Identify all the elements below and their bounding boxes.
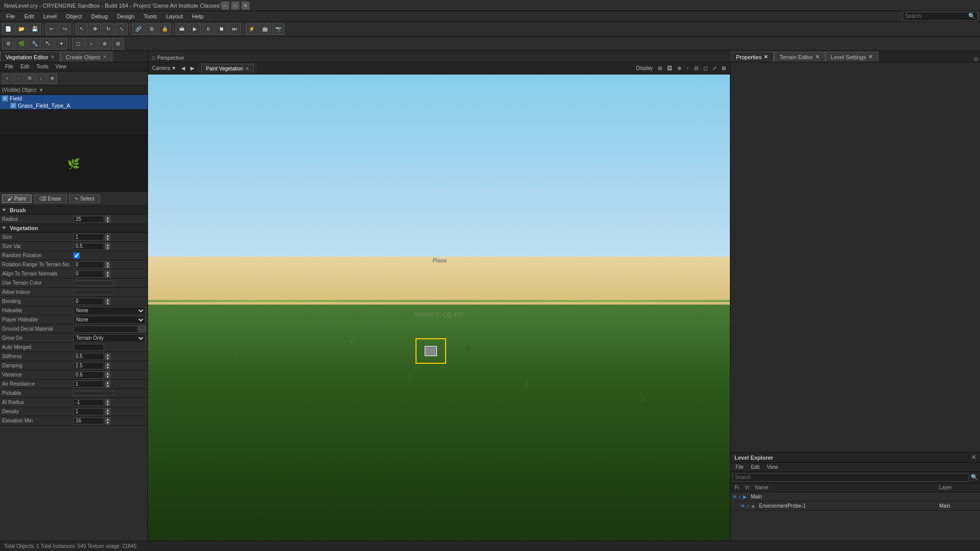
terrain-btn[interactable]: 🏔 bbox=[176, 23, 188, 35]
stop-btn[interactable]: ⏹ bbox=[215, 23, 228, 35]
damping-down[interactable]: ▼ bbox=[105, 366, 110, 369]
maximize-button[interactable]: □ bbox=[231, 2, 239, 10]
menu-layout[interactable]: Layout bbox=[162, 12, 187, 20]
le-eye-icon[interactable]: 👁 bbox=[732, 494, 737, 499]
terrain-color-slider[interactable] bbox=[74, 281, 114, 286]
move-btn[interactable]: ✥ bbox=[89, 23, 101, 35]
veg-menu-file[interactable]: File bbox=[2, 63, 16, 70]
auto-merged-input[interactable] bbox=[74, 344, 104, 351]
align-terrain-up[interactable]: ▲ bbox=[105, 270, 110, 274]
tb2-btn2[interactable]: 🌿 bbox=[15, 38, 28, 49]
tb2-btn6[interactable]: ◻ bbox=[72, 38, 84, 49]
properties-tab-close[interactable]: ✕ bbox=[764, 54, 768, 60]
size-var-up[interactable]: ▲ bbox=[105, 243, 110, 246]
step-btn[interactable]: ⏭ bbox=[229, 23, 241, 35]
veg-add-btn[interactable]: + bbox=[2, 73, 12, 84]
elevation-min-input[interactable] bbox=[74, 417, 104, 424]
menu-help[interactable]: Help bbox=[188, 12, 208, 20]
le-menu-file[interactable]: File bbox=[732, 464, 747, 470]
vp-icon1[interactable]: ⊞ bbox=[656, 65, 664, 71]
rotate-btn[interactable]: ↻ bbox=[102, 23, 114, 35]
air-resistance-input[interactable] bbox=[74, 381, 104, 388]
global-search-input[interactable] bbox=[905, 13, 966, 19]
vp-icon8[interactable]: ⊠ bbox=[720, 65, 728, 71]
select-button[interactable]: ↖ Select bbox=[69, 194, 100, 203]
ai-radius-up[interactable]: ▲ bbox=[105, 399, 110, 403]
player-hideable-select[interactable]: None bbox=[74, 316, 145, 324]
elevation-min-down[interactable]: ▼ bbox=[105, 421, 110, 424]
tree-check-grass[interactable]: ✓ bbox=[10, 103, 16, 109]
veg-menu-view[interactable]: View bbox=[53, 63, 70, 70]
bending-input[interactable] bbox=[74, 298, 104, 305]
level-settings-close[interactable]: ✕ bbox=[868, 54, 873, 60]
size-down[interactable]: ▼ bbox=[105, 237, 110, 241]
rotation-terrain-down[interactable]: ▼ bbox=[105, 265, 110, 268]
align-btn[interactable]: ⊞ bbox=[145, 23, 158, 35]
play-btn[interactable]: ▶ bbox=[189, 23, 201, 35]
brush-section-header[interactable]: Brush bbox=[0, 206, 148, 215]
terrain-editor-tab[interactable]: Terrain Editor ✕ bbox=[774, 52, 825, 62]
veg-remove-btn[interactable]: - bbox=[13, 73, 23, 84]
le-envprobe-eye-icon[interactable]: 👁 bbox=[741, 504, 745, 509]
tb2-btn3[interactable]: 🔧 bbox=[29, 38, 41, 49]
stiffness-down[interactable]: ▼ bbox=[105, 357, 110, 360]
tb2-btn9[interactable]: ⊞ bbox=[112, 38, 124, 49]
menu-file[interactable]: File bbox=[2, 12, 19, 20]
tb2-btn4[interactable]: ⛏ bbox=[42, 38, 54, 49]
pause-btn[interactable]: ⏸ bbox=[202, 23, 214, 35]
stiffness-up[interactable]: ▲ bbox=[105, 353, 110, 357]
veg-eye-btn[interactable]: 👁 bbox=[47, 73, 57, 84]
random-rotation-checkbox[interactable] bbox=[74, 253, 80, 259]
tb2-btn7[interactable]: ⟐ bbox=[85, 38, 97, 49]
variance-up[interactable]: ▲ bbox=[105, 371, 110, 375]
radius-up[interactable]: ▲ bbox=[105, 216, 110, 219]
menu-tools[interactable]: Tools bbox=[139, 12, 161, 20]
ground-decal-browse[interactable]: … bbox=[139, 325, 145, 333]
screenshot-btn[interactable]: 📷 bbox=[272, 23, 284, 35]
align-terrain-input[interactable] bbox=[74, 270, 104, 278]
size-var-down[interactable]: ▼ bbox=[105, 246, 110, 250]
vp-icon7[interactable]: ⤢ bbox=[710, 65, 719, 71]
vp-icon2[interactable]: 🖼 bbox=[665, 65, 674, 71]
size-up[interactable]: ▲ bbox=[105, 234, 110, 237]
undo-btn[interactable]: ↩ bbox=[45, 23, 58, 35]
allow-indoor-slider[interactable] bbox=[74, 290, 114, 295]
damping-input[interactable] bbox=[74, 362, 104, 369]
le-row-main[interactable]: 👁 ✓ ▶ Main bbox=[730, 492, 980, 502]
close-button[interactable]: ✕ bbox=[241, 2, 250, 10]
link-btn[interactable]: 🔗 bbox=[132, 23, 144, 35]
save-btn[interactable]: 💾 bbox=[29, 23, 41, 35]
vp-icon6[interactable]: ◻ bbox=[701, 65, 709, 71]
damping-up[interactable]: ▲ bbox=[105, 362, 110, 366]
hideable-select[interactable]: None bbox=[74, 307, 145, 315]
density-down[interactable]: ▼ bbox=[105, 412, 110, 415]
vegetation-editor-tab[interactable]: Vegetation Editor ✕ bbox=[0, 52, 60, 62]
erase-button[interactable]: ⌫ Erase bbox=[34, 194, 67, 203]
grow-on-select[interactable]: Terrain Only bbox=[74, 334, 145, 342]
ai-btn[interactable]: 🤖 bbox=[259, 23, 271, 35]
pickable-slider[interactable] bbox=[74, 391, 114, 396]
camera-btn[interactable]: Camera ▼ bbox=[150, 65, 178, 71]
minimize-button[interactable]: ─ bbox=[221, 2, 229, 10]
air-resistance-down[interactable]: ▼ bbox=[105, 384, 110, 388]
veg-editor-close[interactable]: ✕ bbox=[51, 54, 55, 60]
rotation-terrain-input[interactable] bbox=[74, 261, 104, 268]
ground-decal-input[interactable] bbox=[74, 325, 138, 333]
select-btn[interactable]: ↖ bbox=[76, 23, 88, 35]
scale-btn[interactable]: ⤡ bbox=[115, 23, 128, 35]
open-btn[interactable]: 📂 bbox=[15, 23, 28, 35]
veg-menu-tools[interactable]: Tools bbox=[33, 63, 51, 70]
vp-icon4[interactable]: ↑ bbox=[684, 65, 691, 71]
size-var-input[interactable] bbox=[74, 243, 104, 250]
vp-icon5[interactable]: ⊟ bbox=[692, 65, 700, 71]
3d-viewport[interactable]: www.rrcg.cn Place bbox=[148, 74, 730, 551]
ai-radius-down[interactable]: ▼ bbox=[105, 403, 110, 406]
tree-item-field[interactable]: ✓ Field bbox=[0, 95, 148, 102]
create-object-tab[interactable]: Create Object ✕ bbox=[60, 52, 112, 62]
vp-prev-btn[interactable]: ◀ bbox=[179, 65, 187, 71]
tree-check-field[interactable]: ✓ bbox=[2, 95, 8, 102]
paint-veg-tab[interactable]: Paint Vegetation ✕ bbox=[201, 64, 254, 73]
le-expand-icon[interactable]: ▶ bbox=[743, 494, 747, 499]
variance-down[interactable]: ▼ bbox=[105, 375, 110, 379]
tb2-btn5[interactable]: ✦ bbox=[55, 38, 67, 49]
